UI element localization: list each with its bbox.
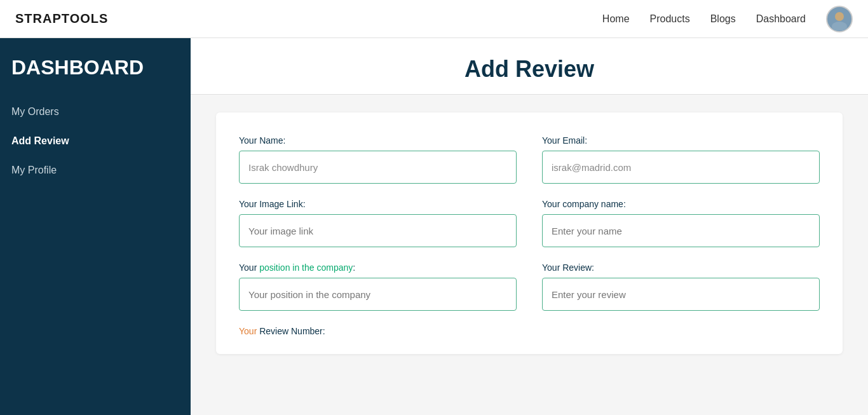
nav-blogs[interactable]: Blogs xyxy=(710,13,736,25)
email-label: Your Email: xyxy=(542,135,820,146)
brand-logo: STRAPTOOLS xyxy=(15,11,108,26)
sidebar-nav: My Orders Add Review My Profile xyxy=(0,97,191,185)
review-group: Your Review: xyxy=(542,262,820,311)
svg-point-1 xyxy=(835,12,844,21)
review-input[interactable] xyxy=(542,278,820,311)
sidebar-item-my-orders[interactable]: My Orders xyxy=(0,97,191,126)
nav-dashboard[interactable]: Dashboard xyxy=(756,13,806,25)
form-row-2: Your Image Link: Your company name: xyxy=(239,199,820,247)
add-review-form: Your Name: Your Email: Your Image Link: … xyxy=(216,112,843,354)
position-input[interactable] xyxy=(239,278,517,311)
name-group: Your Name: xyxy=(239,135,517,184)
layout: DASHBOARD My Orders Add Review My Profil… xyxy=(0,38,868,415)
page-header: Add Review xyxy=(191,38,868,95)
nav-links: Home Products Blogs Dashboard xyxy=(602,6,853,32)
nav-home[interactable]: Home xyxy=(602,13,630,25)
navbar: STRAPTOOLS Home Products Blogs Dashboard xyxy=(0,0,868,38)
nav-products[interactable]: Products xyxy=(650,13,690,25)
image-link-input[interactable] xyxy=(239,214,517,247)
company-name-label: Your company name: xyxy=(542,199,820,209)
form-row-1: Your Name: Your Email: xyxy=(239,135,820,184)
avatar[interactable] xyxy=(826,6,853,32)
sidebar: DASHBOARD My Orders Add Review My Profil… xyxy=(0,38,191,415)
sidebar-item-my-profile[interactable]: My Profile xyxy=(0,156,191,185)
email-input[interactable] xyxy=(542,151,820,184)
image-link-group: Your Image Link: xyxy=(239,199,517,247)
name-input[interactable] xyxy=(239,151,517,184)
form-row-3: Your position in the company: Your Revie… xyxy=(239,262,820,311)
sidebar-item-add-review[interactable]: Add Review xyxy=(0,126,191,156)
company-name-input[interactable] xyxy=(542,214,820,247)
review-label: Your Review: xyxy=(542,262,820,273)
company-name-group: Your company name: xyxy=(542,199,820,247)
review-number-label: Your Review Number: xyxy=(239,326,820,336)
name-label: Your Name: xyxy=(239,135,517,146)
page-title: Add Review xyxy=(191,56,868,83)
position-label: Your position in the company: xyxy=(239,262,517,273)
image-link-label: Your Image Link: xyxy=(239,199,517,209)
main-content: Add Review Your Name: Your Email: Your I… xyxy=(191,38,868,415)
sidebar-title: DASHBOARD xyxy=(0,56,191,79)
email-group: Your Email: xyxy=(542,135,820,184)
position-group: Your position in the company: xyxy=(239,262,517,311)
